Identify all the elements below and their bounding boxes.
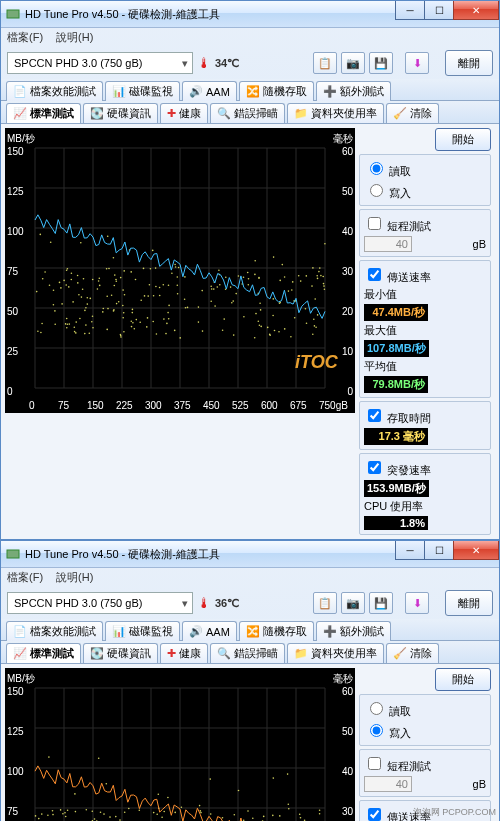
svg-point-114 [168,285,170,287]
titlebar[interactable]: HD Tune Pro v4.50 - 硬碟檢測-維護工具 ─ ☐ ✕ [1,1,499,28]
svg-point-125 [174,330,176,332]
mode-read[interactable]: 讀取 [365,698,485,720]
minimize-button[interactable]: ─ [395,541,425,560]
copy-info-button[interactable]: 📋 [313,52,337,74]
svg-point-79 [306,323,308,325]
maximize-button[interactable]: ☐ [424,541,454,560]
svg-point-172 [99,285,101,287]
maximize-button[interactable]: ☐ [424,1,454,20]
svg-point-329 [60,809,62,811]
svg-point-380 [109,816,111,818]
tab-folder-usage[interactable]: 📁資料夾使用率 [287,643,384,663]
tab-extra-tests[interactable]: ➕額外測試 [316,621,391,641]
svg-point-209 [316,275,318,277]
svg-point-234 [66,327,68,329]
short-test-check[interactable]: 短程測試 [364,214,431,234]
tab-aam[interactable]: 🔊AAM [182,621,237,641]
svg-point-386 [200,812,202,814]
close-button[interactable]: ✕ [453,1,499,20]
titlebar[interactable]: HD Tune Pro v4.50 - 硬碟檢測-維護工具 ─ ☐ ✕ [1,541,499,568]
menu-help[interactable]: 說明(H) [56,31,93,43]
svg-point-25 [260,309,262,311]
short-test-check[interactable]: 短程測試 [364,754,431,774]
exit-button[interactable]: 離開 [445,590,493,616]
svg-point-165 [225,277,227,279]
drive-select[interactable]: SPCCN PHD 3.0 (750 gB) [7,52,193,74]
temperature-value: 36℃ [215,597,239,610]
tab-erase[interactable]: 🧹清除 [386,643,439,663]
tab-benchmark[interactable]: 📈標準測試 [6,643,81,663]
tab-folder-usage[interactable]: 📁資料夾使用率 [287,103,384,123]
svg-point-168 [318,271,320,273]
tab-file-benchmark[interactable]: 📄檔案效能測試 [6,81,103,101]
close-button[interactable]: ✕ [453,541,499,560]
svg-point-181 [113,310,115,312]
tab-info[interactable]: 💽硬碟資訊 [83,103,158,123]
svg-point-82 [171,272,173,274]
svg-point-120 [305,308,307,310]
tab-info[interactable]: 💽硬碟資訊 [83,643,158,663]
copy-info-button[interactable]: 📋 [313,592,337,614]
tab-disk-monitor[interactable]: 📊磁碟監視 [105,621,180,641]
svg-point-187 [300,280,302,282]
menubar: 檔案(F) 說明(H) [1,568,499,587]
tab-benchmark[interactable]: 📈標準測試 [6,103,81,123]
svg-point-270 [299,814,301,816]
screenshot-button[interactable]: 📷 [341,592,365,614]
menu-help[interactable]: 說明(H) [56,571,93,583]
tab-error-scan[interactable]: 🔍錯誤掃瞄 [210,103,285,123]
tab-random-access[interactable]: 🔀隨機存取 [239,621,314,641]
svg-point-353 [161,816,163,818]
tab-random-access[interactable]: 🔀隨機存取 [239,81,314,101]
drive-select[interactable]: SPCCN PHD 3.0 (750 gB) [7,592,193,614]
svg-point-139 [87,297,89,299]
save-button[interactable]: 💾 [369,52,393,74]
svg-point-41 [184,299,186,301]
tab-disk-monitor[interactable]: 📊磁碟監視 [105,81,180,101]
screenshot-button[interactable]: 📷 [341,52,365,74]
tab-error-scan[interactable]: 🔍錯誤掃瞄 [210,643,285,663]
menu-file[interactable]: 檔案(F) [7,571,43,583]
svg-point-105 [61,303,63,305]
svg-point-210 [131,326,133,328]
menu-file[interactable]: 檔案(F) [7,31,43,43]
save-button[interactable]: 💾 [369,592,393,614]
svg-point-221 [71,279,73,281]
svg-point-344 [75,811,77,813]
start-button[interactable]: 開始 [435,128,491,151]
mode-read[interactable]: 讀取 [365,158,485,180]
mode-write[interactable]: 寫入 [365,720,485,742]
svg-rect-0 [7,10,19,18]
svg-point-193 [166,323,168,325]
tab-extra-tests[interactable]: ➕額外測試 [316,81,391,101]
tab-file-benchmark[interactable]: 📄檔案效能測試 [6,621,103,641]
tab-erase[interactable]: 🧹清除 [386,103,439,123]
svg-point-194 [288,290,290,292]
exit-button[interactable]: 離開 [445,50,493,76]
svg-point-238 [36,291,38,293]
svg-point-43 [89,332,91,334]
tab-health[interactable]: ✚健康 [160,643,208,663]
transfer-rate-check[interactable]: 傳送速率 [364,265,431,285]
tab-health[interactable]: ✚健康 [160,103,208,123]
svg-point-121 [123,312,125,314]
tab-aam[interactable]: 🔊AAM [182,81,237,101]
svg-point-21 [284,276,286,278]
svg-point-279 [158,794,160,796]
svg-point-131 [106,329,108,331]
svg-point-219 [267,327,269,329]
svg-point-227 [92,315,94,317]
options-button[interactable]: ⬇ [405,52,429,74]
benchmark-chart: MB/秒 毫秒 15012510075502506050403020100075… [5,668,355,821]
avg-value: 79.8MB/秒 [364,376,428,393]
svg-point-122 [114,274,116,276]
svg-point-99 [146,326,148,328]
window-title: HD Tune Pro v4.50 - 硬碟檢測-維護工具 [25,7,220,22]
svg-point-163 [243,276,245,278]
burst-rate-check[interactable]: 突發速率 [364,458,431,478]
mode-write[interactable]: 寫入 [365,180,485,202]
options-button[interactable]: ⬇ [405,592,429,614]
minimize-button[interactable]: ─ [395,1,425,20]
access-time-check[interactable]: 存取時間 [364,406,431,426]
start-button[interactable]: 開始 [435,668,491,691]
